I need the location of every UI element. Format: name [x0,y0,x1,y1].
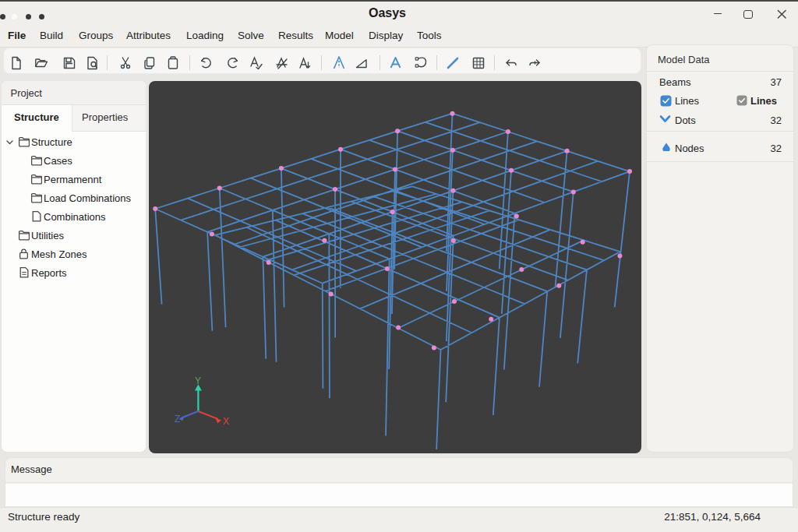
svg-text:Z: Z [175,414,180,425]
svg-text:X: X [223,416,229,427]
svg-text:Y: Y [195,375,201,386]
